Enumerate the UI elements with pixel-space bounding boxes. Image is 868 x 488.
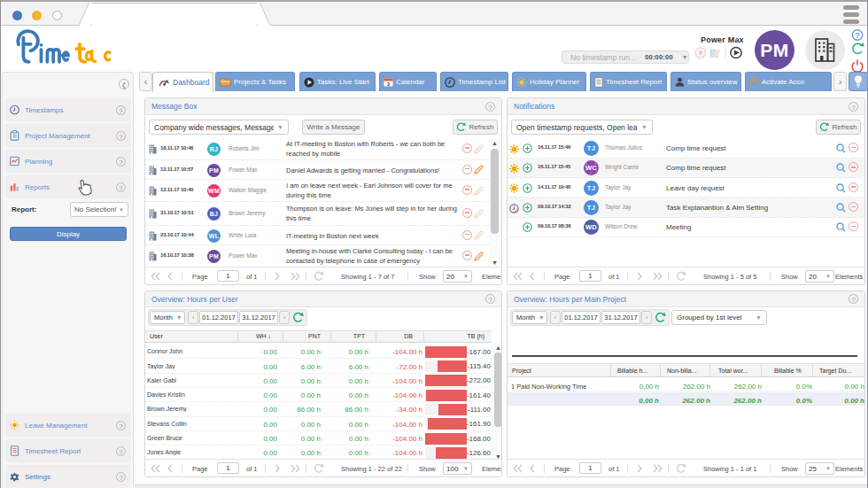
- svg-text:?: ?: [855, 30, 860, 40]
